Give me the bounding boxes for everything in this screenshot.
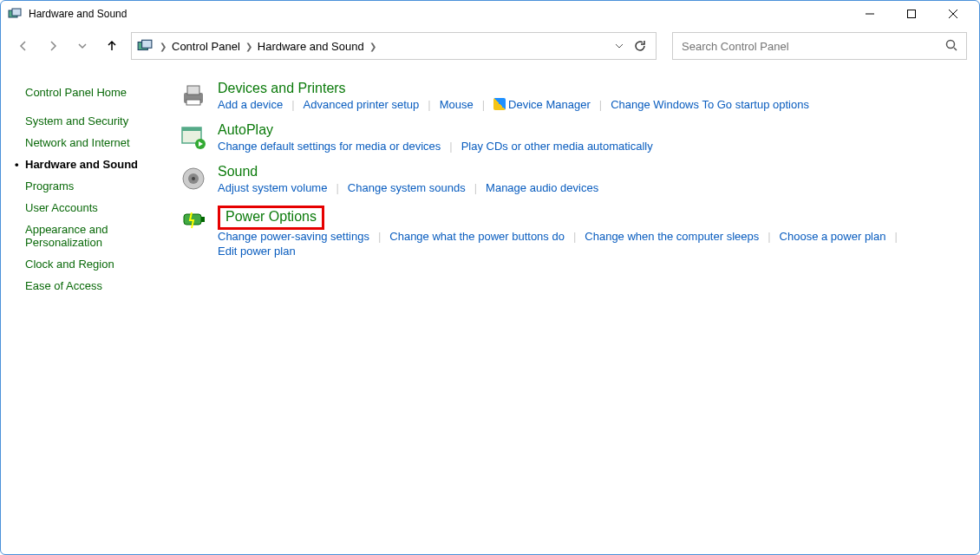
refresh-button[interactable] bbox=[630, 36, 650, 56]
sidebar-item-user-accounts[interactable]: User Accounts bbox=[25, 201, 178, 214]
app-icon bbox=[8, 7, 22, 21]
sidebar-item-system-security[interactable]: System and Security bbox=[25, 114, 178, 127]
sound-icon bbox=[178, 164, 209, 195]
device-manager-link[interactable]: Device Manager bbox=[493, 98, 591, 111]
play-cds-link[interactable]: Play CDs or other media automatically bbox=[461, 140, 653, 153]
svg-rect-7 bbox=[142, 40, 152, 48]
svg-rect-14 bbox=[182, 127, 201, 131]
main-panel: Devices and Printers Add a device| Advan… bbox=[178, 77, 967, 301]
svg-point-8 bbox=[947, 40, 955, 48]
breadcrumb-current[interactable]: Hardware and Sound bbox=[254, 38, 368, 55]
svg-rect-1 bbox=[12, 9, 21, 16]
close-button[interactable] bbox=[934, 2, 972, 26]
search-box[interactable] bbox=[672, 32, 967, 60]
nav-recent-dropdown[interactable] bbox=[72, 36, 93, 56]
window-title: Hardware and Sound bbox=[29, 8, 851, 20]
minimize-button[interactable] bbox=[851, 2, 889, 26]
chevron-right-icon: ❯ bbox=[160, 42, 167, 51]
autoplay-defaults-link[interactable]: Change default settings for media or dev… bbox=[218, 140, 441, 153]
advanced-printer-setup-link[interactable]: Advanced printer setup bbox=[304, 98, 420, 111]
devices-printers-heading[interactable]: Devices and Printers bbox=[218, 81, 346, 96]
adjust-volume-link[interactable]: Adjust system volume bbox=[218, 181, 327, 194]
sidebar-item-clock-region[interactable]: Clock and Region bbox=[25, 258, 178, 271]
breadcrumb-root[interactable]: Control Panel bbox=[168, 38, 244, 55]
chevron-right-icon: ❯ bbox=[245, 42, 252, 51]
address-dropdown-button[interactable] bbox=[609, 36, 630, 56]
power-options-icon bbox=[178, 206, 209, 237]
change-power-saving-link[interactable]: Change power-saving settings bbox=[218, 230, 369, 243]
sidebar-item-programs[interactable]: Programs bbox=[25, 180, 178, 193]
autoplay-icon bbox=[178, 122, 209, 153]
power-options-heading[interactable]: Power Options bbox=[225, 209, 317, 225]
power-options-highlight: Power Options bbox=[218, 206, 324, 230]
svg-rect-3 bbox=[908, 10, 916, 18]
location-icon bbox=[137, 38, 153, 54]
manage-audio-devices-link[interactable]: Manage audio devices bbox=[486, 181, 598, 194]
svg-rect-11 bbox=[187, 86, 199, 95]
add-device-link[interactable]: Add a device bbox=[218, 98, 283, 111]
nav-forward-button[interactable] bbox=[42, 36, 63, 56]
maximize-button[interactable] bbox=[892, 2, 931, 26]
search-icon[interactable] bbox=[945, 39, 957, 54]
change-system-sounds-link[interactable]: Change system sounds bbox=[348, 181, 466, 194]
sidebar-item-hardware-sound[interactable]: Hardware and Sound bbox=[25, 158, 178, 171]
svg-line-9 bbox=[954, 48, 957, 50]
choose-power-plan-link[interactable]: Choose a power plan bbox=[780, 230, 886, 243]
sidebar-item-network-internet[interactable]: Network and Internet bbox=[25, 136, 178, 149]
sound-heading[interactable]: Sound bbox=[218, 164, 258, 180]
address-bar[interactable]: ❯ Control Panel ❯ Hardware and Sound ❯ bbox=[131, 32, 657, 60]
autoplay-heading[interactable]: AutoPlay bbox=[218, 122, 273, 138]
svg-rect-20 bbox=[201, 217, 205, 222]
sidebar: Control Panel Home System and Security N… bbox=[13, 77, 178, 301]
devices-printers-icon bbox=[178, 81, 209, 112]
sidebar-item-appearance[interactable]: Appearance and Personalization bbox=[25, 223, 178, 249]
svg-point-18 bbox=[192, 177, 195, 180]
nav-back-button[interactable] bbox=[13, 36, 34, 56]
power-buttons-link[interactable]: Change what the power buttons do bbox=[389, 230, 565, 243]
sidebar-item-ease-of-access[interactable]: Ease of Access bbox=[25, 279, 178, 292]
computer-sleeps-link[interactable]: Change when the computer sleeps bbox=[585, 230, 759, 243]
search-input[interactable] bbox=[682, 40, 945, 53]
chevron-right-icon: ❯ bbox=[369, 42, 376, 51]
nav-up-button[interactable] bbox=[101, 36, 122, 56]
mouse-link[interactable]: Mouse bbox=[440, 98, 474, 111]
svg-rect-12 bbox=[186, 100, 200, 105]
windows-to-go-link[interactable]: Change Windows To Go startup options bbox=[611, 98, 809, 111]
control-panel-home-link[interactable]: Control Panel Home bbox=[25, 86, 178, 99]
edit-power-plan-link[interactable]: Edit power plan bbox=[218, 245, 296, 258]
